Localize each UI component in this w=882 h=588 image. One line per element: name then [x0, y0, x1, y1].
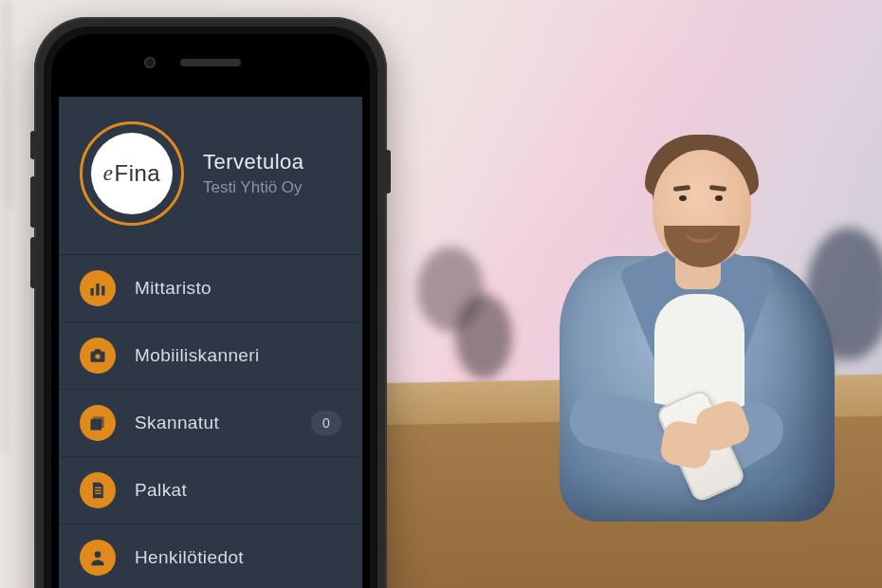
bg-person-blur — [455, 294, 512, 379]
svg-point-9 — [95, 551, 101, 558]
svg-rect-1 — [96, 284, 99, 296]
svg-rect-8 — [95, 493, 101, 494]
welcome-text: Tervetuloa — [203, 150, 304, 175]
stack-icon — [80, 405, 116, 441]
svg-rect-2 — [101, 286, 104, 296]
menu-label: Mobiiliskanneri — [135, 345, 341, 366]
menu-label: Palkat — [135, 480, 341, 501]
company-name: Testi Yhtiö Oy — [203, 178, 304, 197]
svg-rect-0 — [91, 288, 94, 296]
menu-item-skannatut[interactable]: Skannatut 0 — [59, 390, 362, 457]
menu-item-mittaristo[interactable]: Mittaristo — [59, 255, 362, 322]
promo-scene: eFina Tervetuloa Testi Yhtiö Oy — [0, 0, 882, 588]
phone-speaker — [180, 59, 241, 66]
phone-mockup: eFina Tervetuloa Testi Yhtiö Oy — [34, 17, 387, 588]
svg-rect-7 — [95, 490, 101, 491]
bg-pillar — [0, 209, 9, 455]
count-badge: 0 — [311, 411, 341, 435]
bg-pillar — [0, 0, 13, 209]
phone-front-camera — [144, 57, 156, 68]
menu-label: Skannatut — [135, 413, 292, 433]
app-logo: eFina — [80, 121, 184, 226]
main-menu: Mittaristo Mobiiliskanneri — [59, 255, 362, 588]
svg-rect-6 — [95, 487, 101, 488]
bar-chart-icon — [80, 270, 116, 306]
menu-item-palkat[interactable]: Palkat — [59, 457, 362, 524]
app-header: eFina Tervetuloa Testi Yhtiö Oy — [59, 97, 362, 255]
svg-rect-5 — [91, 419, 102, 431]
person-holding-phone — [531, 114, 844, 531]
menu-label: Mittaristo — [135, 278, 341, 299]
menu-item-henkilotiedot[interactable]: Henkilötiedot — [59, 524, 362, 588]
document-icon — [80, 472, 116, 508]
svg-point-3 — [95, 354, 100, 358]
app-screen: eFina Tervetuloa Testi Yhtiö Oy — [59, 97, 362, 588]
logo-text: Fina — [115, 160, 161, 187]
logo-prefix: e — [103, 161, 114, 186]
person-icon — [80, 540, 116, 576]
menu-item-mobiiliskanneri[interactable]: Mobiiliskanneri — [59, 322, 362, 390]
menu-label: Henkilötiedot — [135, 547, 341, 568]
camera-icon — [80, 338, 116, 374]
